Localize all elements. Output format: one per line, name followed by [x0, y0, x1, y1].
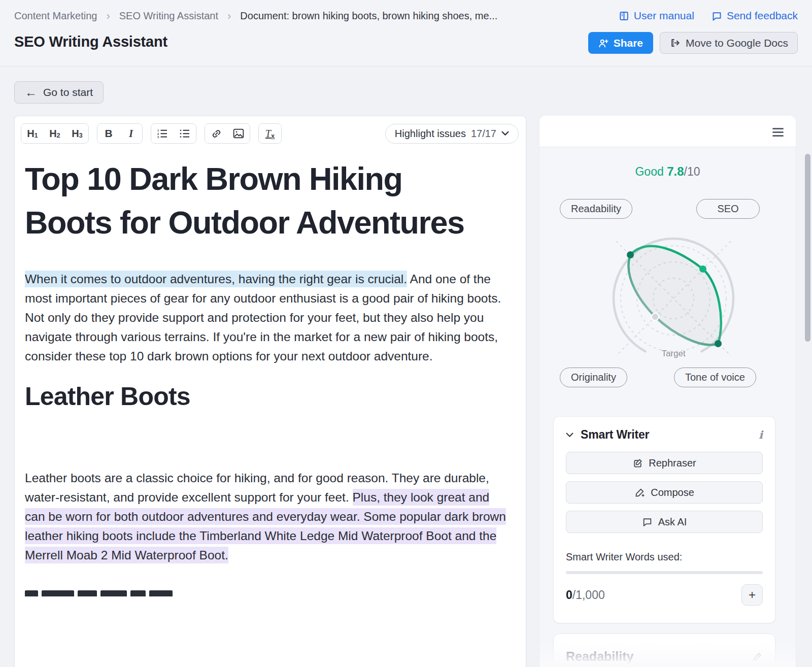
- ask-ai-label: Ask AI: [658, 516, 687, 528]
- highlight-issues-count: 17/17: [471, 128, 496, 140]
- info-icon[interactable]: i: [759, 428, 763, 441]
- highlight-issues-label: Highlight issues: [395, 128, 466, 140]
- back-arrow-icon: ←: [25, 86, 37, 98]
- chat-icon: [712, 11, 722, 21]
- highlight-issues-dropdown[interactable]: Highlight issues 17/17: [385, 124, 519, 144]
- header-buttons: Share Move to Google Docs: [588, 32, 798, 54]
- words-limit: /1,000: [572, 588, 605, 602]
- overall-score: Good 7.8/10: [539, 164, 796, 179]
- clear-format-t: T: [265, 128, 271, 140]
- user-manual-link[interactable]: User manual: [619, 10, 694, 22]
- document-editor[interactable]: Top 10 Dark Brown Hiking Boots for Outdo…: [25, 150, 515, 596]
- editor-card: H1 H2 H3 B I 1 2 3: [14, 116, 526, 667]
- move-to-google-docs-button[interactable]: Move to Google Docs: [660, 32, 798, 54]
- breadcrumb-document: Document: brown hiking boots, brown hiki…: [240, 10, 497, 22]
- go-to-start-button[interactable]: ← Go to start: [14, 81, 104, 104]
- header-links: User manual Send feedback: [619, 10, 798, 22]
- score-max: /10: [684, 165, 700, 178]
- h3-label: H: [72, 128, 79, 140]
- heading-1-button[interactable]: H1: [21, 124, 44, 143]
- words-used-row: 0 /1,000 +: [566, 584, 763, 606]
- score-label: Good: [635, 165, 663, 178]
- compose-label: Compose: [651, 487, 694, 498]
- ask-ai-chat-icon: [642, 517, 653, 527]
- insert-link-button[interactable]: [205, 124, 227, 143]
- breadcrumb-separator-icon: ›: [106, 11, 110, 22]
- send-feedback-link[interactable]: Send feedback: [712, 10, 798, 22]
- rephraser-pen-icon: [632, 458, 643, 469]
- breadcrumb-separator-icon: ›: [227, 11, 231, 22]
- seo-point: [699, 265, 706, 273]
- words-used-value: 0: [566, 588, 572, 602]
- ordered-list-icon: 1 2 3: [157, 128, 168, 139]
- score-value: 7.8: [667, 164, 684, 178]
- page-scrollbar-thumb[interactable]: [805, 154, 810, 342]
- breadcrumb: Content Marketing › SEO Writing Assistan…: [14, 10, 497, 22]
- h1-label: H: [27, 128, 34, 140]
- italic-button[interactable]: I: [120, 124, 142, 143]
- list-buttons-group: 1 2 3: [151, 123, 196, 144]
- sidebar-header: [539, 116, 796, 147]
- target-label: Target: [661, 349, 686, 358]
- compose-button[interactable]: Compose: [566, 481, 763, 504]
- bullet-list-button[interactable]: [174, 124, 196, 143]
- h2-label: H: [49, 128, 56, 140]
- smart-writer-card: Smart Writer i Rephraser Compose Ask AI …: [553, 416, 775, 623]
- h2-sub: 2: [57, 131, 60, 139]
- seo-pill[interactable]: SEO: [696, 199, 760, 219]
- app-header: Content Marketing › SEO Writing Assistan…: [0, 0, 812, 66]
- clear-formatting-button[interactable]: Tx: [259, 124, 281, 143]
- image-icon: [233, 128, 244, 139]
- section-paragraph: Leather boots are a classic choice for h…: [25, 469, 512, 565]
- highlighted-sentence-blue[interactable]: When it comes to outdoor adventures, hav…: [25, 271, 407, 287]
- words-used-progressbar: [566, 571, 763, 574]
- ordered-list-button[interactable]: 1 2 3: [151, 124, 174, 143]
- edit-pencil-icon[interactable]: [752, 651, 763, 662]
- originality-point: [652, 313, 659, 320]
- clear-format-group: Tx: [258, 123, 282, 144]
- heading-3-button[interactable]: H3: [66, 124, 88, 143]
- words-used-label: Smart Writer Words used:: [566, 551, 763, 563]
- link-icon: [211, 128, 222, 139]
- move-export-icon: [669, 38, 680, 48]
- bullet-list-icon: [179, 128, 190, 139]
- rephraser-button[interactable]: Rephraser: [566, 452, 763, 474]
- readability-section-title: Readability: [566, 649, 633, 664]
- readability-pill[interactable]: Readability: [560, 199, 632, 219]
- heading-2-button[interactable]: H2: [44, 124, 66, 143]
- share-label: Share: [614, 37, 643, 49]
- breadcrumb-content-marketing[interactable]: Content Marketing: [14, 10, 97, 22]
- h3-sub: 3: [79, 131, 83, 139]
- bold-button[interactable]: B: [97, 124, 120, 143]
- user-manual-label: User manual: [634, 10, 694, 22]
- intro-paragraph: When it comes to outdoor adventures, hav…: [25, 270, 512, 366]
- h1-sub: 1: [35, 131, 38, 139]
- sidebar-menu-icon[interactable]: [772, 128, 784, 139]
- add-words-button[interactable]: +: [741, 584, 763, 606]
- share-button[interactable]: Share: [588, 32, 653, 54]
- readability-card: Readability: [553, 633, 775, 667]
- collapse-chevron-icon[interactable]: [566, 432, 573, 438]
- clipped-next-line: [25, 590, 197, 596]
- tone-of-voice-point: [715, 340, 722, 347]
- breadcrumb-seo-writing-assistant[interactable]: SEO Writing Assistant: [119, 10, 218, 22]
- ask-ai-button[interactable]: Ask AI: [566, 511, 763, 533]
- heading-buttons-group: H1 H2 H3: [21, 123, 89, 144]
- gauge-score-blob: [628, 246, 721, 345]
- page-title: SEO Writing Assistant: [14, 34, 167, 50]
- chevron-down-icon: [501, 131, 509, 136]
- clear-format-x: x: [271, 132, 275, 140]
- insert-image-button[interactable]: [227, 124, 250, 143]
- rephraser-label: Rephraser: [649, 457, 696, 469]
- move-to-google-docs-label: Move to Google Docs: [686, 37, 788, 49]
- book-icon: [619, 11, 629, 21]
- compose-magic-pen-icon: [634, 487, 645, 498]
- send-feedback-label: Send feedback: [727, 10, 798, 22]
- insert-buttons-group: [205, 123, 250, 144]
- document-title: Top 10 Dark Brown Hiking Boots for Outdo…: [25, 157, 497, 244]
- svg-text:1: 1: [157, 129, 159, 132]
- editor-toolbar: H1 H2 H3 B I 1 2 3: [21, 123, 519, 144]
- analysis-sidebar: Good 7.8/10 Readability SEO Originality …: [539, 116, 796, 667]
- svg-text:2: 2: [157, 132, 159, 136]
- section-heading: Leather Boots: [25, 382, 515, 411]
